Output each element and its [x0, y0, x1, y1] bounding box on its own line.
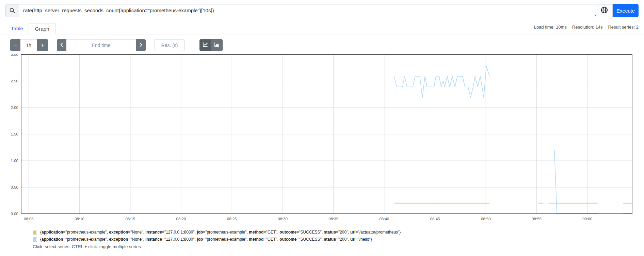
- end-time-input[interactable]: [66, 39, 136, 51]
- search-icon: [5, 4, 19, 17]
- resolution-input[interactable]: [155, 39, 184, 51]
- range-input[interactable]: [20, 39, 37, 51]
- query-input[interactable]: rate(http_server_requests_seconds_count{…: [19, 4, 596, 17]
- graph-controls: − +: [10, 39, 639, 51]
- svg-text:2.50: 2.50: [11, 79, 18, 83]
- svg-text:08:10: 08:10: [75, 217, 84, 221]
- svg-text:09:00: 09:00: [582, 217, 592, 221]
- svg-text:08:35: 08:35: [328, 217, 338, 221]
- chart-mode-toggle: [199, 39, 223, 51]
- svg-text:2.00: 2.00: [11, 106, 18, 110]
- zoom-out-button[interactable]: −: [10, 39, 20, 51]
- chart-line-icon: [203, 43, 208, 48]
- stacked-chart-mode-button[interactable]: [211, 39, 223, 51]
- resolution: Resolution: 14s: [572, 25, 603, 30]
- svg-text:08:55: 08:55: [532, 217, 542, 221]
- legend-hint: Click: select series, CTRL + click: togg…: [33, 244, 644, 249]
- svg-text:1.00: 1.00: [11, 159, 18, 163]
- svg-text:08:20: 08:20: [176, 217, 186, 221]
- legend-label: {application="prometheus-example", excep…: [40, 230, 401, 235]
- legend-swatch: [33, 230, 37, 235]
- chevron-right-icon: [139, 42, 143, 48]
- svg-text:0.00: 0.00: [11, 212, 18, 216]
- legend-swatch: [33, 237, 37, 242]
- time-back-button[interactable]: [57, 39, 66, 51]
- svg-text:08:45: 08:45: [430, 217, 440, 221]
- svg-text:08:40: 08:40: [379, 217, 389, 221]
- legend-item[interactable]: {application="prometheus-example", excep…: [33, 230, 644, 235]
- svg-text:0.50: 0.50: [11, 185, 18, 189]
- time-forward-button[interactable]: [136, 39, 146, 51]
- time-group: [57, 39, 146, 51]
- zoom-in-button[interactable]: +: [37, 39, 48, 51]
- query-stats: Load time: 10ms Resolution: 14s Result s…: [534, 22, 639, 30]
- svg-text:08:25: 08:25: [227, 217, 237, 221]
- legend: {application="prometheus-example", excep…: [33, 230, 644, 242]
- svg-text:1.50: 1.50: [11, 132, 18, 136]
- range-group: − +: [10, 39, 48, 51]
- graph-canvas[interactable]: 0.000.501.001.502.002.503.0008:0508:1008…: [5, 54, 639, 224]
- legend-label: {application="prometheus-example", excep…: [40, 237, 372, 242]
- execute-button[interactable]: Execute: [613, 4, 639, 17]
- metrics-explorer-button[interactable]: [596, 4, 613, 17]
- legend-item[interactable]: {application="prometheus-example", excep…: [33, 237, 644, 242]
- svg-text:3.00: 3.00: [11, 54, 18, 57]
- tab-table[interactable]: Table: [5, 23, 29, 34]
- line-chart-mode-button[interactable]: [199, 39, 211, 51]
- globe-icon: [601, 6, 608, 15]
- svg-text:08:50: 08:50: [481, 217, 491, 221]
- chevron-left-icon: [60, 42, 63, 48]
- query-bar: rate(http_server_requests_seconds_count{…: [5, 4, 639, 17]
- svg-text:08:05: 08:05: [24, 217, 34, 221]
- load-time: Load time: 10ms: [534, 25, 567, 30]
- result-series: Result series: 2: [608, 25, 639, 30]
- chart-area-icon: [214, 43, 220, 48]
- svg-text:08:15: 08:15: [125, 217, 135, 221]
- graph-panel: 0.000.501.001.502.002.503.0008:0508:1008…: [5, 54, 639, 224]
- tab-graph[interactable]: Graph: [29, 23, 56, 34]
- tab-bar: Table Graph Load time: 10ms Resolution: …: [0, 22, 644, 34]
- svg-text:08:30: 08:30: [278, 217, 288, 221]
